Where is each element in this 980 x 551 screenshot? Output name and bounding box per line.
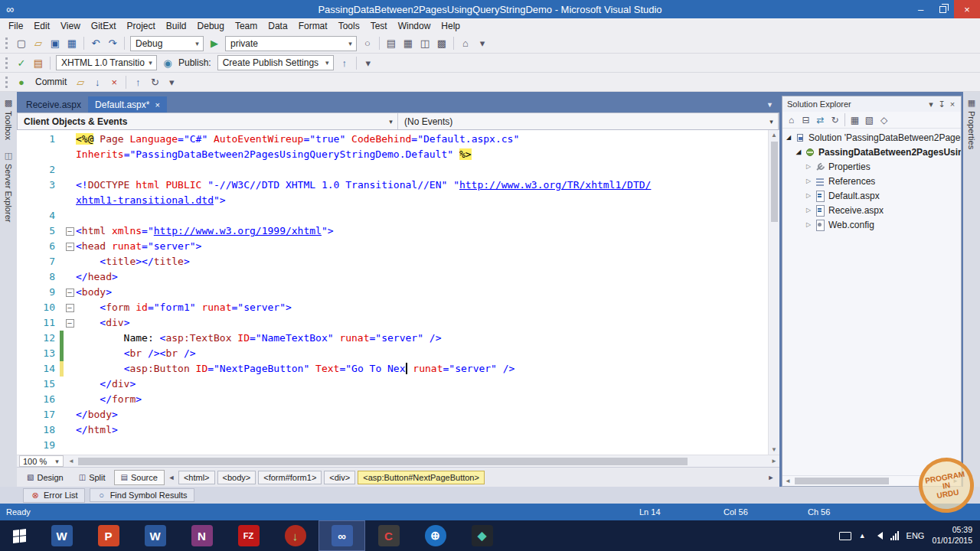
commit-button[interactable]: Commit <box>29 74 73 90</box>
show-all-icon[interactable]: ▧ <box>862 113 877 127</box>
fold-collapse-icon[interactable]: – <box>66 227 74 236</box>
visual-studio-app[interactable]: ∞ <box>318 520 365 551</box>
overflow-icon[interactable]: ▾ <box>361 55 376 70</box>
toolbox-icon[interactable]: ▩ <box>434 36 449 51</box>
menu-tools[interactable]: Tools <box>333 19 365 33</box>
push-icon[interactable]: ↑ <box>130 74 145 90</box>
language-indicator[interactable]: ENG <box>906 531 925 540</box>
tree-item[interactable]: ▷Default.aspx <box>782 188 961 203</box>
document-tab[interactable]: Receive.aspx <box>19 96 88 112</box>
start-button[interactable] <box>0 520 38 551</box>
validate-icon[interactable]: ✓ <box>14 55 29 70</box>
scroll-right-icon[interactable]: ► <box>769 458 779 465</box>
solution-explorer-icon[interactable]: ▤ <box>384 36 399 51</box>
fold-collapse-icon[interactable]: – <box>66 243 74 251</box>
pull-icon[interactable]: ↓ <box>90 74 105 90</box>
menu-data[interactable]: Data <box>263 19 292 33</box>
scrollbar-thumb[interactable] <box>795 478 889 484</box>
scroll-left-icon[interactable]: ◄ <box>66 458 77 465</box>
menu-build[interactable]: Build <box>161 19 192 33</box>
find-in-files-icon[interactable]: ○ <box>360 36 375 51</box>
fold-collapse-icon[interactable]: – <box>66 289 74 297</box>
touch-keyboard-icon[interactable] <box>839 532 851 540</box>
close-icon[interactable]: × <box>947 99 958 109</box>
menu-debug[interactable]: Debug <box>192 19 230 33</box>
minimize-button[interactable]: – <box>910 0 932 18</box>
clock[interactable]: 05:39 01/01/2015 <box>932 525 972 546</box>
browse-folder-icon[interactable]: ▱ <box>73 74 88 90</box>
overflow-icon[interactable]: ▾ <box>164 74 179 90</box>
tool-window-tab-properties[interactable]: ▦Properties <box>967 98 976 149</box>
panel-tab-find-symbol-results[interactable]: ○Find Symbol Results <box>90 488 194 502</box>
tree-item[interactable]: ▷Receive.aspx <box>782 203 961 217</box>
volume-icon[interactable] <box>874 532 883 540</box>
publish-settings-dropdown[interactable]: Create Publish Settings▾ <box>217 55 334 70</box>
close-icon[interactable]: × <box>155 100 159 109</box>
browser-app[interactable]: ⊕ <box>412 520 459 551</box>
network-icon[interactable] <box>890 531 899 540</box>
toolbar-grip[interactable] <box>5 37 9 49</box>
debug-configuration-dropdown[interactable]: Debug▾ <box>130 36 204 51</box>
tool-window-tab-server-explorer[interactable]: ◫Server Explorer <box>4 151 13 222</box>
target-icon[interactable]: ◉ <box>160 55 175 70</box>
tree-item[interactable]: ▷Web.config <box>782 217 961 232</box>
collapsed-arrow-icon[interactable]: ▷ <box>804 207 813 214</box>
document-tab[interactable]: Default.aspx*× <box>88 96 167 112</box>
menu-window[interactable]: Window <box>393 19 436 33</box>
collapsed-arrow-icon[interactable]: ▷ <box>804 163 813 170</box>
start-debug-icon[interactable]: ▶ <box>207 36 222 51</box>
home-icon[interactable]: ⌂ <box>784 113 799 127</box>
filezilla-app[interactable]: FZ <box>225 520 272 551</box>
collapsed-arrow-icon[interactable]: ▷ <box>804 192 813 199</box>
breadcrumb-left-icon[interactable]: ◄ <box>166 474 177 481</box>
object-dropdown[interactable]: Client Objects & Events▾ <box>18 113 398 129</box>
breadcrumb-item[interactable]: <form#form1> <box>258 471 322 484</box>
scrollbar-thumb[interactable] <box>771 142 778 222</box>
tool-window-tab-toolbox[interactable]: ▩Toolbox <box>4 98 13 140</box>
redo-icon[interactable]: ↷ <box>105 36 120 51</box>
download-manager-app[interactable]: ↓ <box>272 520 318 551</box>
tree-item[interactable]: ◢PassingDataBetween2PagesUsing <box>782 145 961 159</box>
menu-test[interactable]: Test <box>365 19 393 33</box>
solution-platform-dropdown[interactable]: private▾ <box>225 36 357 51</box>
expanded-arrow-icon[interactable]: ◢ <box>794 148 803 155</box>
horizontal-scrollbar[interactable] <box>77 455 769 467</box>
publish-web-icon[interactable]: ↑ <box>337 55 352 70</box>
restore-button[interactable] <box>932 0 954 18</box>
powerpoint-app[interactable]: P <box>85 520 132 551</box>
document-list-chevron-icon[interactable]: ▼ <box>766 101 773 109</box>
start-page-icon[interactable]: ⌂ <box>458 36 473 51</box>
vertical-scrollbar[interactable]: ▲ ▼ <box>768 130 779 455</box>
menu-gitext[interactable]: GitExt <box>86 19 122 33</box>
code-editor[interactable]: 1<%@ Page Language="C#" AutoEventWireup=… <box>17 130 779 455</box>
fold-collapse-icon[interactable]: – <box>66 319 74 328</box>
code-view-icon[interactable]: ◇ <box>877 113 891 127</box>
show-hidden-icons-icon[interactable]: ▲ <box>859 532 866 540</box>
toolbar-grip[interactable] <box>5 77 9 88</box>
style-icon[interactable]: ▤ <box>31 55 46 70</box>
collapse-all-icon[interactable]: ⊟ <box>799 113 813 127</box>
overflow-icon[interactable]: ▾ <box>475 36 490 51</box>
onenote-app[interactable]: N <box>178 520 225 551</box>
collapsed-arrow-icon[interactable]: ▷ <box>804 221 813 228</box>
word-app[interactable]: W <box>132 520 178 551</box>
caret-icon[interactable]: ▾ <box>926 99 936 109</box>
close-button[interactable]: × <box>954 0 980 18</box>
reset-icon[interactable]: × <box>106 74 122 90</box>
breadcrumb-right-icon[interactable]: ► <box>766 474 776 481</box>
word-doc-app[interactable]: W <box>38 520 85 551</box>
menu-view[interactable]: View <box>55 19 86 33</box>
panel-tab-error-list[interactable]: ⊗Error List <box>23 488 85 503</box>
scrollbar-thumb[interactable] <box>78 458 688 465</box>
fold-collapse-icon[interactable]: – <box>66 304 74 312</box>
git-branch-icon[interactable]: ● <box>14 74 29 90</box>
tree-item[interactable]: ◢Solution 'PassingDataBetween2PagesU <box>782 130 961 145</box>
collapsed-arrow-icon[interactable]: ▷ <box>804 178 813 184</box>
expanded-arrow-icon[interactable]: ◢ <box>784 134 793 141</box>
refresh-icon[interactable]: ↻ <box>147 74 162 90</box>
save-icon[interactable]: ▣ <box>47 36 63 51</box>
properties-icon[interactable]: ▦ <box>848 113 862 127</box>
menu-edit[interactable]: Edit <box>28 19 55 33</box>
scroll-left-icon[interactable]: ◄ <box>782 478 793 484</box>
breadcrumb-item[interactable]: <div> <box>324 471 355 484</box>
